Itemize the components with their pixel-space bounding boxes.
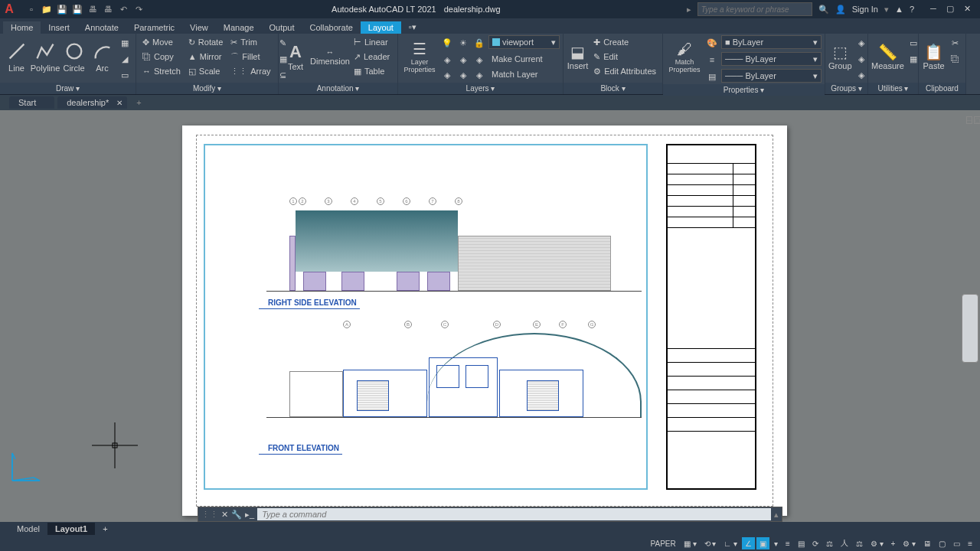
doctab-start[interactable]: Start <box>9 96 54 109</box>
circle-button[interactable]: Circle <box>60 35 87 78</box>
status-workspace-icon[interactable]: ⚙ ▾ <box>900 537 919 549</box>
layout-viewport[interactable]: 1 2 3 4 5 6 7 8 RIGHT SIDE ELEVATION A B… <box>204 144 648 490</box>
panel-groups[interactable]: Groups ▾ <box>825 83 867 94</box>
cut-icon[interactable]: ✂ <box>947 35 962 51</box>
signin-button[interactable]: Sign In <box>852 5 878 14</box>
status-snap-icon[interactable]: ⟲ ▾ <box>701 537 720 549</box>
new-tab-button[interactable]: + <box>130 98 147 107</box>
navigation-bar[interactable] <box>962 294 978 363</box>
layout1-tab[interactable]: Layout1 <box>47 523 95 535</box>
add-layout-button[interactable]: + <box>95 523 115 535</box>
move-button[interactable]: ✥Move <box>139 35 184 49</box>
measure-button[interactable]: 📏Measure <box>871 35 904 78</box>
cmd-handle-icon[interactable]: ⋮⋮ <box>201 510 218 520</box>
status-anno3-icon[interactable]: ⚖ <box>853 537 866 549</box>
panel-layers[interactable]: Layers ▾ <box>398 83 563 94</box>
tab-layout[interactable]: Layout <box>361 21 401 34</box>
group-ex1-icon[interactable]: ◈ <box>854 35 869 51</box>
status-gear-icon[interactable]: ⚙ ▾ <box>867 537 887 549</box>
array-button[interactable]: ⋮⋮Array <box>227 64 273 78</box>
match-props-button[interactable]: 🖌Match Properties <box>666 35 703 78</box>
edit-attr-button[interactable]: ⚙Edit Attributes <box>590 64 659 78</box>
create-block-button[interactable]: ✚Create <box>590 35 659 49</box>
trim-button[interactable]: ✂Trim <box>227 35 273 49</box>
layer-combo[interactable]: viewport▾ <box>488 35 560 49</box>
tab-view[interactable]: View <box>182 21 216 34</box>
search-input[interactable] <box>697 2 812 16</box>
qat-new-icon[interactable]: ▫ <box>24 2 38 16</box>
status-anno2-icon[interactable]: 人 <box>838 537 851 549</box>
qat-saveas-icon[interactable]: 💾 <box>70 2 84 16</box>
close-tab-icon[interactable]: ✕ <box>116 99 122 107</box>
status-trans-icon[interactable]: ▤ <box>795 537 808 549</box>
tab-output[interactable]: Output <box>262 21 302 34</box>
panel-clipboard[interactable]: Clipboard <box>919 83 965 94</box>
paste-button[interactable]: 📋Paste <box>922 35 946 78</box>
lock-icon[interactable]: 🔒 <box>472 35 487 51</box>
panel-block[interactable]: Block ▾ <box>564 83 662 94</box>
copy-clip-icon[interactable]: ⿻ <box>947 51 962 67</box>
window-restore-button[interactable]: ▢ <box>943 4 957 15</box>
dimension-button[interactable]: ↔Dimension <box>311 35 349 78</box>
tab-extra-icon[interactable]: ▫▾ <box>401 21 424 34</box>
status-lw-icon[interactable]: ≡ <box>782 537 793 549</box>
help-icon[interactable]: ? <box>910 5 914 14</box>
make-current-button[interactable]: Make Current <box>488 52 546 66</box>
copy-button[interactable]: ⿻Copy <box>139 50 184 64</box>
color-combo[interactable]: ■ ByLayer▾ <box>721 35 822 49</box>
bulb-icon[interactable]: 💡 <box>439 35 455 51</box>
model-tab[interactable]: Model <box>9 523 47 535</box>
layer-ex4-icon[interactable]: ◈ <box>439 67 455 83</box>
status-polar-icon[interactable]: ∠ <box>742 537 755 549</box>
linetype-icon[interactable]: ▤ <box>704 69 720 84</box>
status-grid-icon[interactable]: ▦ ▾ <box>681 537 700 549</box>
layer-ex6-icon[interactable]: ◈ <box>472 67 487 83</box>
app-logo[interactable]: A <box>0 0 18 18</box>
layer-ex3-icon[interactable]: ◈ <box>472 52 487 67</box>
qat-save-icon[interactable]: 💾 <box>55 2 69 16</box>
tab-parametric[interactable]: Parametric <box>126 21 182 34</box>
cmd-close-icon[interactable]: ✕ <box>221 510 228 520</box>
tab-collaborate[interactable]: Collaborate <box>302 21 361 34</box>
polyline-button[interactable]: Polyline <box>31 35 59 78</box>
vp-max-button[interactable]: ▢ <box>974 116 980 124</box>
lineweight-combo[interactable]: ─── ByLayer▾ <box>721 52 822 66</box>
cmd-history-icon[interactable]: ▴ <box>774 510 779 520</box>
table-button[interactable]: ▦Table <box>351 64 393 78</box>
search-icon[interactable]: 🔍 <box>818 5 829 15</box>
group-button[interactable]: ⬚Group <box>828 35 852 78</box>
status-custom-icon[interactable]: ≡ <box>965 537 975 549</box>
mirror-button[interactable]: ▲Mirror <box>185 50 226 64</box>
panel-annotation[interactable]: Annotation ▾ <box>279 83 397 94</box>
command-line[interactable]: ⋮⋮ ✕ 🔧 ▸_ ▴ <box>198 507 782 522</box>
qat-redo-icon[interactable]: ↷ <box>132 2 145 16</box>
fillet-button[interactable]: ⌒Fillet <box>227 50 273 64</box>
status-osnap-icon[interactable]: ▣ <box>756 537 769 549</box>
layer-properties-button[interactable]: ☰Layer Properties <box>401 35 438 78</box>
layer-ex2-icon[interactable]: ◈ <box>456 52 471 67</box>
insert-button[interactable]: ⬓Insert <box>567 35 589 78</box>
status-max-icon[interactable]: ▢ <box>936 537 949 549</box>
status-ortho-icon[interactable]: ∟ ▾ <box>720 537 740 549</box>
vp-min-button[interactable]: ─ <box>966 116 972 124</box>
group-ex3-icon[interactable]: ◈ <box>854 67 869 83</box>
group-ex2-icon[interactable]: ◈ <box>854 51 869 67</box>
status-paper[interactable]: PAPER <box>648 537 679 549</box>
status-monitor-icon[interactable]: 🖥 <box>920 537 934 549</box>
qat-open-icon[interactable]: 📁 <box>40 2 54 16</box>
panel-utilities[interactable]: Utilities ▾ <box>868 83 918 94</box>
arc-button[interactable]: Arc <box>89 35 116 78</box>
tab-home[interactable]: Home <box>3 21 41 34</box>
panel-properties[interactable]: Properties ▾ <box>663 84 825 96</box>
color-wheel-icon[interactable]: 🎨 <box>704 35 720 51</box>
status-otrack-icon[interactable]: ▾ <box>771 537 781 549</box>
tab-insert[interactable]: Insert <box>41 21 77 34</box>
window-minimize-button[interactable]: ─ <box>926 4 940 15</box>
command-input[interactable] <box>257 508 771 520</box>
status-clean-icon[interactable]: ▭ <box>950 537 963 549</box>
search-arrow-icon[interactable]: ▸ <box>687 5 691 15</box>
tab-manage[interactable]: Manage <box>216 21 262 34</box>
layer-ex5-icon[interactable]: ◈ <box>456 67 471 83</box>
lineweight-icon[interactable]: ≡ <box>704 52 720 67</box>
draw-extra3-icon[interactable]: ▭ <box>117 67 132 83</box>
